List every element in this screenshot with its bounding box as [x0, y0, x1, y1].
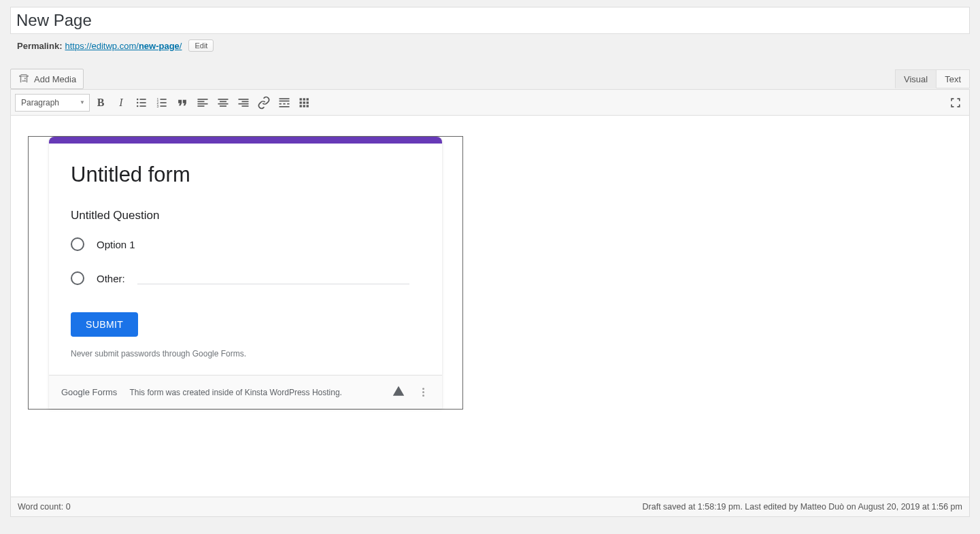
italic-button[interactable]: I	[112, 93, 131, 112]
media-icon	[18, 73, 30, 85]
svg-rect-39	[307, 105, 309, 107]
google-form-card: Untitled form Untitled Question Option 1…	[49, 137, 442, 409]
svg-rect-24	[242, 105, 249, 107]
warning-icon[interactable]	[392, 385, 405, 399]
svg-rect-16	[198, 105, 205, 107]
form-option-other[interactable]: Other:	[71, 271, 420, 285]
form-password-note: Never submit passwords through Google Fo…	[71, 349, 420, 358]
other-text-input[interactable]	[137, 272, 409, 284]
svg-rect-18	[220, 101, 226, 102]
fullscreen-button[interactable]	[946, 93, 965, 112]
svg-rect-14	[198, 101, 205, 102]
editor-toolbar: Paragraph B I 123	[11, 90, 969, 116]
read-more-button[interactable]	[275, 93, 294, 112]
permalink-row: Permalink: https://editwp.com/new-page/ …	[10, 34, 970, 55]
svg-rect-32	[303, 98, 305, 100]
svg-rect-8	[160, 99, 167, 100]
svg-rect-10	[160, 102, 167, 103]
svg-point-3	[137, 101, 139, 103]
radio-icon[interactable]	[71, 271, 84, 285]
form-submit-button[interactable]: SUBMIT	[71, 312, 138, 337]
permalink-link[interactable]: https://editwp.com/new-page/	[65, 41, 182, 51]
link-button[interactable]	[254, 93, 273, 112]
embedded-form-frame: Untitled form Untitled Question Option 1…	[28, 136, 463, 410]
form-option-1[interactable]: Option 1	[71, 237, 420, 251]
toolbar-toggle-button[interactable]	[295, 93, 314, 112]
radio-icon[interactable]	[71, 237, 84, 251]
svg-rect-12	[160, 105, 167, 107]
align-center-button[interactable]	[214, 93, 233, 112]
svg-rect-13	[198, 99, 208, 100]
permalink-label: Permalink:	[17, 41, 62, 51]
editor-status-bar: Word count: 0 Draft saved at 1:58:19 pm.…	[10, 497, 970, 517]
svg-point-5	[137, 105, 139, 107]
form-footer: Google Forms This form was created insid…	[49, 375, 442, 409]
svg-rect-25	[280, 98, 290, 99]
add-media-button[interactable]: Add Media	[10, 69, 84, 89]
format-select[interactable]: Paragraph	[15, 94, 90, 112]
form-footer-text: This form was created inside of Kinsta W…	[129, 388, 342, 397]
svg-rect-2	[140, 99, 146, 100]
svg-rect-29	[287, 103, 289, 104]
svg-rect-31	[300, 98, 302, 100]
svg-rect-19	[218, 103, 229, 104]
svg-rect-4	[140, 102, 146, 103]
word-count: Word count: 0	[18, 502, 71, 512]
bold-button[interactable]: B	[91, 93, 110, 112]
svg-rect-30	[280, 106, 290, 107]
svg-rect-34	[300, 101, 302, 103]
tab-visual[interactable]: Visual	[895, 69, 936, 88]
svg-rect-37	[300, 105, 302, 107]
svg-point-1	[137, 98, 139, 100]
align-right-button[interactable]	[234, 93, 253, 112]
svg-text:3: 3	[157, 103, 159, 107]
svg-rect-35	[303, 101, 305, 103]
svg-rect-36	[307, 101, 309, 103]
blockquote-button[interactable]	[173, 93, 192, 112]
svg-point-0	[24, 78, 26, 79]
svg-rect-28	[283, 103, 285, 104]
google-forms-logo: Google Forms	[61, 387, 117, 397]
bullet-list-button[interactable]	[132, 93, 151, 112]
more-menu-icon[interactable]	[417, 388, 430, 397]
form-title: Untitled form	[71, 163, 420, 187]
svg-rect-33	[307, 98, 309, 100]
svg-rect-17	[218, 99, 229, 100]
svg-rect-20	[220, 105, 226, 107]
number-list-button[interactable]: 123	[152, 93, 171, 112]
edit-permalink-button[interactable]: Edit	[188, 39, 214, 52]
svg-rect-6	[140, 105, 146, 107]
align-left-button[interactable]	[193, 93, 212, 112]
svg-rect-23	[239, 103, 249, 104]
svg-rect-27	[280, 103, 282, 104]
svg-rect-38	[303, 105, 305, 107]
page-title-input[interactable]	[10, 7, 970, 34]
svg-rect-15	[198, 103, 208, 104]
editor-container: Paragraph B I 123 Untitled form Untitled…	[10, 89, 970, 497]
save-status: Draft saved at 1:58:19 pm. Last edited b…	[643, 502, 962, 512]
tab-text[interactable]: Text	[936, 69, 970, 88]
svg-rect-22	[242, 101, 249, 102]
svg-rect-26	[280, 100, 290, 101]
form-question: Untitled Question	[71, 209, 420, 222]
editor-canvas[interactable]: Untitled form Untitled Question Option 1…	[11, 116, 969, 497]
svg-rect-21	[239, 99, 249, 100]
